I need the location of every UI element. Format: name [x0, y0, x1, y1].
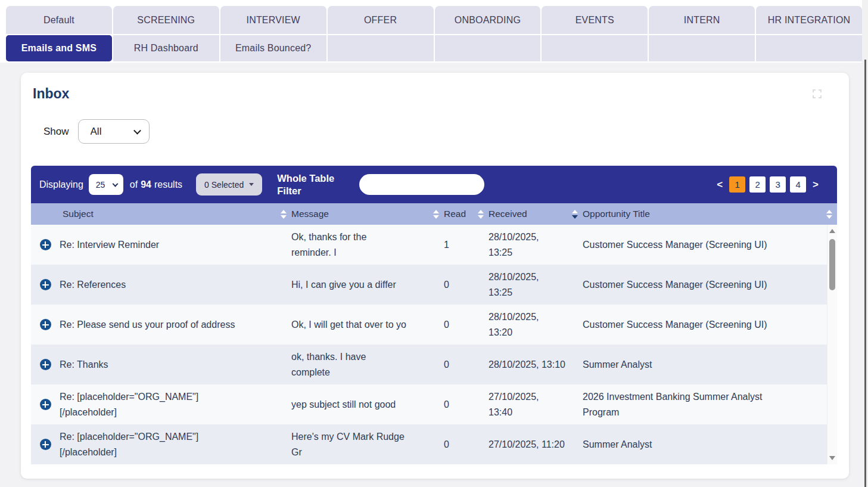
tab-bar: Default SCREENING INTERVIEW OFFER ONBOAR…	[6, 6, 862, 61]
table-row: Re: [placeholder="ORG_NAME"] [/placehold…	[31, 424, 827, 464]
expand-row-icon[interactable]	[40, 239, 51, 250]
opportunity-cell: Summer Analyst	[583, 357, 827, 373]
page-button-2[interactable]: 2	[749, 176, 766, 193]
table-row: Re: Interview Reminder Ok, thanks for th…	[31, 225, 827, 265]
read-cell: 0	[444, 277, 489, 293]
received-cell: 27/10/2025, 13:40	[489, 389, 583, 420]
table-scrollbar[interactable]	[827, 225, 837, 464]
tab-offer[interactable]: OFFER	[328, 6, 434, 34]
page-button-4[interactable]: 4	[790, 176, 806, 193]
table-row: Re: References Hi, I can give you a diff…	[31, 265, 827, 305]
column-header-subject[interactable]: Subject	[31, 203, 291, 225]
page-size-select[interactable]: 25	[89, 174, 123, 195]
table-row: Re: Thanks ok, thanks. I have complete 0…	[31, 345, 827, 384]
message-cell: ok, thanks. I have complete	[291, 349, 444, 380]
expand-row-icon[interactable]	[40, 279, 51, 290]
sort-icon-active-desc	[572, 210, 578, 219]
column-label: Received	[489, 209, 527, 219]
read-cell: 1	[444, 237, 489, 253]
message-cell: Hi, I can give you a differ	[291, 277, 444, 293]
show-select[interactable]: All	[78, 119, 150, 144]
table-header-row: Subject Message Read Received Opportunit…	[31, 203, 837, 225]
subject-cell: Re: Please send us your proof of address	[60, 317, 291, 333]
expand-row-icon[interactable]	[40, 319, 51, 330]
results-label: results	[154, 179, 182, 190]
tab-default[interactable]: Default	[6, 6, 112, 34]
caret-down-icon	[249, 183, 254, 186]
page-button-3[interactable]: 3	[770, 176, 786, 193]
tab-empty	[328, 35, 434, 61]
next-page-button[interactable]: >	[810, 179, 821, 191]
selected-count-label: 0 Selected	[204, 180, 244, 190]
prev-page-button[interactable]: <	[714, 179, 725, 191]
column-label: Subject	[63, 209, 94, 219]
inbox-panel: Inbox Show All Displaying 25 of 94 resul…	[21, 73, 849, 479]
table-row: Re: [placeholder="ORG_NAME"] [/placehold…	[31, 384, 827, 424]
opportunity-cell: Customer Success Manager (Screening UI)	[583, 317, 827, 333]
table-toolbar: Displaying 25 of 94 results 0 Selected W…	[31, 166, 837, 203]
opportunity-cell: 2026 Investment Banking Summer Analyst P…	[583, 389, 827, 420]
page-scrollbar-thumb[interactable]	[864, 60, 866, 487]
tab-emails-bounced[interactable]: Emails Bounced?	[220, 35, 326, 61]
message-cell: yep subject still not good	[291, 397, 444, 412]
received-cell: 28/10/2025, 13:25	[489, 269, 583, 300]
subject-cell: Re: References	[60, 277, 291, 293]
sort-icon	[826, 210, 832, 219]
scroll-up-icon[interactable]	[829, 229, 835, 233]
selected-dropdown-button[interactable]: 0 Selected	[196, 173, 262, 196]
tab-empty	[756, 35, 862, 61]
read-cell: 0	[444, 357, 489, 373]
page-scrollbar[interactable]	[862, 0, 868, 487]
table-body: Re: Interview Reminder Ok, thanks for th…	[31, 225, 827, 464]
whole-table-filter-label: Whole Table Filter	[277, 172, 344, 197]
received-cell: 28/10/2025, 13:25	[489, 229, 583, 260]
sort-icon	[433, 210, 439, 219]
received-cell: 27/10/2025, 11:20	[489, 437, 583, 452]
expand-row-icon[interactable]	[40, 399, 51, 410]
sort-icon	[478, 210, 484, 219]
tab-interview[interactable]: INTERVIEW	[220, 6, 326, 34]
read-cell: 0	[444, 397, 489, 412]
table-row: Re: Please send us your proof of address…	[31, 305, 827, 345]
message-cell: Ok, I will get that over to yo	[291, 317, 444, 333]
tab-screening[interactable]: SCREENING	[113, 6, 219, 34]
message-cell: Ok, thanks for the reminder. I	[291, 229, 444, 260]
opportunity-cell: Customer Success Manager (Screening UI)	[583, 277, 827, 293]
subject-cell: Re: Thanks	[60, 357, 291, 373]
expand-row-icon[interactable]	[40, 359, 51, 370]
tab-onboarding[interactable]: ONBOARDING	[435, 6, 541, 34]
received-cell: 28/10/2025, 13:10	[489, 357, 583, 373]
column-header-read[interactable]: Read	[444, 203, 489, 225]
results-count: 94	[141, 179, 151, 190]
tab-events[interactable]: EVENTS	[542, 6, 648, 34]
tab-rh-dashboard[interactable]: RH Dashboard	[113, 35, 219, 61]
message-cell: Here's my CV Mark Rudge Gr	[291, 429, 444, 460]
column-label: Read	[444, 209, 466, 219]
read-cell: 0	[444, 317, 489, 333]
whole-table-filter-input[interactable]	[359, 174, 484, 195]
tab-empty	[435, 35, 541, 61]
scrollbar-thumb[interactable]	[829, 239, 835, 290]
displaying-label: Displaying	[39, 179, 83, 190]
page-title: Inbox	[33, 86, 69, 102]
fullscreen-icon[interactable]	[813, 89, 822, 98]
read-cell: 0	[444, 437, 489, 452]
tab-intern[interactable]: INTERN	[649, 6, 755, 34]
tab-emails-and-sms[interactable]: Emails and SMS	[6, 35, 112, 61]
page-button-1[interactable]: 1	[729, 176, 745, 193]
subject-cell: Re: [placeholder="ORG_NAME"] [/placehold…	[60, 389, 291, 420]
tab-empty	[649, 35, 755, 61]
column-header-message[interactable]: Message	[291, 203, 444, 225]
scroll-down-icon[interactable]	[829, 456, 835, 460]
tab-hr-integration[interactable]: HR INTEGRATION	[756, 6, 862, 34]
expand-row-icon[interactable]	[40, 439, 51, 450]
tab-empty	[542, 35, 648, 61]
sort-icon	[281, 210, 287, 219]
show-filter: Show All	[43, 119, 150, 144]
pagination: < 1 2 3 4 >	[714, 176, 821, 193]
opportunity-cell: Summer Analyst	[583, 437, 827, 452]
of-label: of	[130, 179, 138, 190]
opportunity-cell: Customer Success Manager (Screening UI)	[583, 237, 827, 253]
column-header-opportunity-title[interactable]: Opportunity Title	[583, 203, 837, 225]
column-header-received[interactable]: Received	[489, 203, 583, 225]
